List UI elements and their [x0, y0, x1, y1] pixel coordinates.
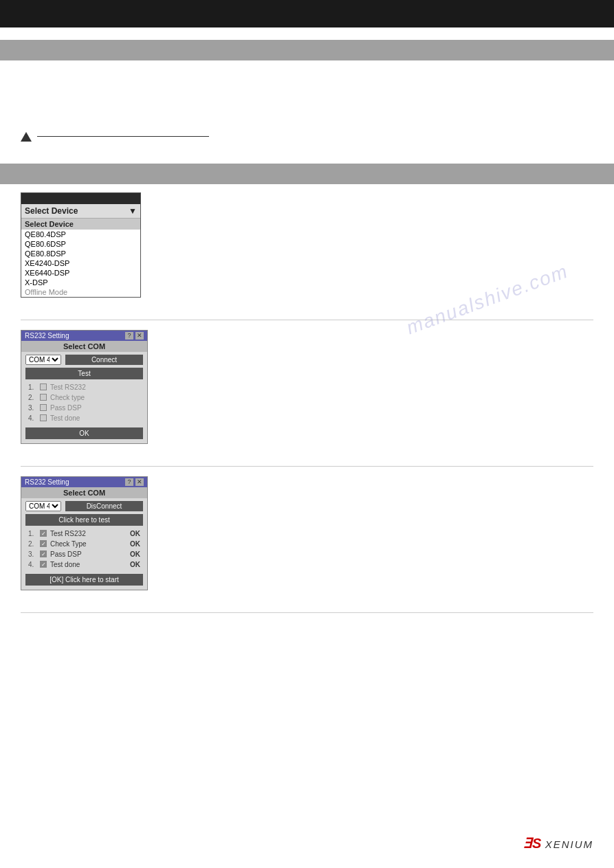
- test-item-row-4: 4. Test done: [21, 413, 147, 423]
- test-checkbox-d2: ✓: [40, 540, 47, 547]
- test-checkbox-d3: ✓: [40, 550, 47, 557]
- logo-esx: ƎS: [522, 834, 542, 854]
- test-item-row-2: 2. Check type: [21, 392, 147, 403]
- click-here-test-button[interactable]: Click here to test: [25, 514, 143, 526]
- test-label-d2: Check Type: [50, 540, 127, 548]
- rs232-titlebar-1: RS232 Setting ? ✕: [21, 331, 147, 341]
- select-device-label: Select Device: [25, 206, 129, 216]
- test-ok-d4: OK: [130, 561, 140, 568]
- test-label-d4: Test done: [50, 561, 127, 568]
- svg-text:ƎS: ƎS: [523, 836, 542, 851]
- select-com-label-2: Select COM: [21, 487, 147, 498]
- test-num-d4: 4.: [28, 561, 36, 568]
- question-icon-2[interactable]: ?: [125, 478, 133, 486]
- test-label-d3: Pass DSP: [50, 550, 127, 558]
- rs232-com-row-2: COM 4 DisConnect: [21, 498, 147, 514]
- select-device-box: Select Device ▼ Select Device QE80.4DSP …: [21, 192, 141, 298]
- test-item-row-3: 3. Pass DSP: [21, 403, 147, 413]
- test-checkbox-3: [40, 404, 47, 411]
- rs232-titlebar-icons-2: ? ✕: [125, 478, 144, 486]
- test-label-d1: Test RS232: [50, 530, 127, 537]
- test-label-4: Test done: [50, 414, 140, 422]
- device-list-item[interactable]: QE80.6DSP: [21, 239, 140, 249]
- divider-1: [21, 320, 593, 320]
- test-num-2: 2.: [28, 394, 36, 401]
- ok-start-button[interactable]: [OK] Click here to start: [25, 574, 143, 586]
- select-com-label-1: Select COM: [21, 341, 147, 352]
- divider-3: [21, 612, 593, 613]
- warning-line: [21, 132, 593, 142]
- test-item-row-1: 1. Test RS232: [21, 382, 147, 392]
- rs232-titlebar-icons-1: ? ✕: [125, 332, 144, 340]
- rs232-title-2: RS232 Setting: [25, 478, 69, 486]
- rs232-titlebar-2: RS232 Setting ? ✕: [21, 477, 147, 487]
- footer-logo: ƎS XENIUM: [522, 834, 593, 854]
- test-checkbox-2: [40, 394, 47, 401]
- test-label-2: Check type: [50, 394, 140, 401]
- test-checkbox-4: [40, 414, 47, 421]
- body-text-1: [21, 69, 593, 82]
- device-list-item[interactable]: X-DSP: [21, 278, 140, 287]
- rs232-dialog-disconnect: RS232 Setting ? ✕ Select COM COM 4 DisCo…: [21, 476, 148, 590]
- warning-triangle-icon: [21, 132, 32, 142]
- test-label-1: Test RS232: [50, 383, 140, 391]
- test-checkbox-d1: ✓: [40, 530, 47, 537]
- test-num-d1: 1.: [28, 530, 36, 537]
- device-list-item[interactable]: QE80.8DSP: [21, 249, 140, 258]
- test-item-row-d3: 3. ✓ Pass DSP OK: [21, 549, 147, 559]
- select-device-dropdown-row: Select Device ▼: [21, 204, 140, 218]
- test-num-4: 4.: [28, 414, 36, 422]
- body-text-2: [21, 89, 593, 102]
- test-checkbox-d4: ✓: [40, 561, 47, 568]
- close-icon-2[interactable]: ✕: [135, 478, 144, 486]
- com-select-1[interactable]: COM 4: [25, 355, 61, 365]
- top-header-bar: [0, 0, 614, 27]
- connect-button[interactable]: Connect: [65, 355, 143, 365]
- device-list-header: Select Device: [21, 219, 140, 230]
- dropdown-arrow-icon[interactable]: ▼: [129, 206, 137, 216]
- section-bar-1: [0, 40, 614, 60]
- test-ok-d2: OK: [130, 540, 140, 548]
- select-device-topbar: [21, 193, 140, 204]
- disconnect-button[interactable]: DisConnect: [65, 501, 143, 511]
- body-text-3: [21, 109, 593, 122]
- device-list: Select Device QE80.4DSP QE80.6DSP QE80.8…: [21, 218, 140, 297]
- device-list-item[interactable]: Offline Mode: [21, 287, 140, 297]
- divider-2: [21, 466, 593, 467]
- logo-xenium: XENIUM: [545, 838, 593, 850]
- test-num-d2: 2.: [28, 540, 36, 548]
- test-ok-d3: OK: [130, 550, 140, 558]
- close-icon-1[interactable]: ✕: [135, 332, 144, 340]
- test-label-3: Pass DSP: [50, 404, 140, 412]
- rs232-title-1: RS232 Setting: [25, 332, 69, 340]
- test-num-3: 3.: [28, 404, 36, 412]
- warning-line-rule: [37, 136, 209, 137]
- dialogs-area: Select Device ▼ Select Device QE80.4DSP …: [0, 192, 614, 623]
- device-list-item[interactable]: XE4240-DSP: [21, 258, 140, 268]
- test-checkbox-1: [40, 383, 47, 390]
- test-item-row-d4: 4. ✓ Test done OK: [21, 559, 147, 570]
- test-item-row-d1: 1. ✓ Test RS232 OK: [21, 528, 147, 539]
- test-item-row-d2: 2. ✓ Check Type OK: [21, 539, 147, 549]
- device-list-item[interactable]: QE80.4DSP: [21, 230, 140, 239]
- test-num-d3: 3.: [28, 550, 36, 558]
- ok-button-1[interactable]: OK: [25, 427, 143, 439]
- device-list-item[interactable]: XE6440-DSP: [21, 268, 140, 278]
- rs232-dialog-connect: RS232 Setting ? ✕ Select COM COM 4 Conne…: [21, 330, 148, 444]
- rs232-com-row-1: COM 4 Connect: [21, 352, 147, 368]
- test-ok-d1: OK: [130, 530, 140, 537]
- test-button[interactable]: Test: [25, 368, 143, 379]
- question-icon-1[interactable]: ?: [125, 332, 133, 340]
- test-num-1: 1.: [28, 383, 36, 391]
- section-bar-2: [0, 164, 614, 184]
- com-select-2[interactable]: COM 4: [25, 501, 61, 511]
